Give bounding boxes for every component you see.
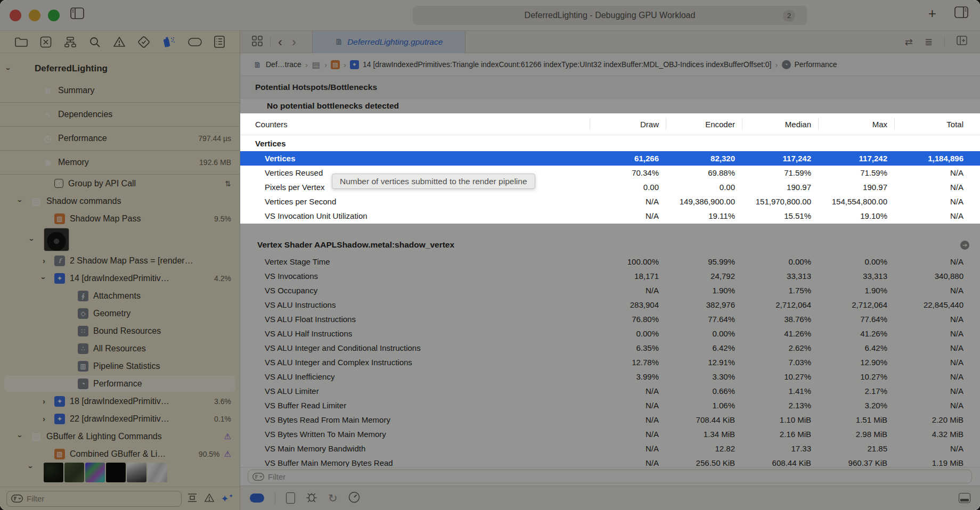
disclosure-chevron-icon[interactable] bbox=[43, 397, 54, 406]
disclosure-chevron-icon[interactable] bbox=[31, 235, 44, 244]
sidebar-tree-item[interactable]: Summary bbox=[0, 79, 240, 103]
texture-thumbnail[interactable] bbox=[106, 463, 126, 482]
texture-thumbnail[interactable] bbox=[44, 463, 63, 482]
back-button[interactable]: ‹ bbox=[278, 36, 282, 48]
toggle-right-sidebar-icon[interactable] bbox=[954, 6, 968, 20]
counter-row[interactable]: VS Occupancy N/A 1.90% 1.75% 1.90% N/A bbox=[240, 283, 980, 298]
counter-row[interactable]: VS ALU Limiter N/A 0.66% 1.41% 2.17% N/A bbox=[240, 384, 980, 398]
draw-call-icon[interactable]: ✦ bbox=[350, 60, 359, 69]
report-navigator-icon[interactable] bbox=[214, 36, 225, 48]
sidebar-tree-item[interactable]: Performance bbox=[0, 375, 240, 392]
texture-thumbnail[interactable] bbox=[127, 463, 146, 482]
sidebar-tree-item[interactable]: All Resources bbox=[0, 340, 240, 357]
shadow-map-texture-thumbnail[interactable] bbox=[44, 228, 69, 251]
counter-row[interactable]: VS ALU Integer and Conditional Instructi… bbox=[240, 341, 980, 355]
toggle-left-sidebar-icon[interactable] bbox=[70, 7, 84, 21]
breadcrumb-performance[interactable]: Performance bbox=[795, 60, 837, 69]
value-column-header[interactable]: Draw bbox=[590, 118, 666, 130]
issues-navigator-icon[interactable] bbox=[113, 36, 126, 47]
sidebar-tree-item[interactable]: Bound Resources bbox=[0, 322, 240, 340]
counter-row[interactable]: Vertices per Second N/A 149,386,900.00 1… bbox=[240, 194, 980, 209]
disclosure-chevron-icon[interactable] bbox=[19, 432, 31, 441]
sidebar-tree-item[interactable]: Pipeline Statistics bbox=[0, 357, 240, 375]
minimap-lines-icon[interactable]: ≣ bbox=[925, 36, 933, 48]
close-button[interactable] bbox=[10, 10, 21, 21]
counters-mode-pill[interactable] bbox=[250, 493, 264, 503]
tab-deferredlighting-gputrace[interactable]: 🗎 DeferredLighting.gputrace bbox=[312, 31, 466, 53]
counter-row[interactable]: VS ALU Half Instructions 0.00% 0.00% 41.… bbox=[240, 326, 980, 341]
counter-row[interactable]: VS Invocations 18,171 24,792 33,313 33,3… bbox=[240, 269, 980, 283]
sidebar-tree-item[interactable]: 18 [drawIndexedPrimitiv… 3.6% bbox=[0, 392, 240, 410]
sidebar-tree-item[interactable]: Geometry bbox=[0, 305, 240, 322]
sidebar-tree-item[interactable]: Memory 192.6 MB bbox=[0, 151, 240, 175]
sidebar-tree-item[interactable]: Dependencies bbox=[0, 103, 240, 127]
counter-row[interactable]: VS Main Memory Bandwidth N/A 12.82 17.33… bbox=[240, 441, 980, 456]
counter-row[interactable]: VS Buffer Read Limiter N/A 1.06% 2.13% 3… bbox=[240, 398, 980, 413]
shadow-pass-thumbnail-row[interactable] bbox=[0, 227, 240, 252]
sidebar-tree-item[interactable]: Shadow Map Pass 9.5% bbox=[0, 210, 240, 227]
search-icon[interactable] bbox=[89, 36, 101, 48]
counter-row[interactable]: Vertex Stage Time 100.00% 95.99% 0.00% 0… bbox=[240, 254, 980, 269]
zoom-button[interactable] bbox=[48, 10, 60, 21]
gbuffer-texture-thumbnails[interactable] bbox=[0, 463, 240, 485]
disclosure-chevron-icon[interactable] bbox=[43, 274, 54, 283]
attachments-view-icon[interactable] bbox=[286, 492, 295, 504]
forward-button[interactable]: › bbox=[292, 36, 296, 48]
group-hierarchy-icon[interactable] bbox=[64, 36, 77, 48]
breadcrumb-draw-call[interactable]: 14 [drawIndexedPrimitives:Triangle index… bbox=[363, 60, 772, 69]
texture-thumbnail[interactable] bbox=[85, 463, 105, 482]
counter-row[interactable]: VS Bytes Written To Main Memory N/A 1.34… bbox=[240, 427, 980, 441]
render-pass-icon[interactable]: ▨ bbox=[331, 60, 340, 69]
disclosure-chevron-icon[interactable] bbox=[7, 64, 19, 73]
value-column-header[interactable]: Total bbox=[894, 118, 970, 130]
value-column-header[interactable]: Max bbox=[818, 118, 894, 130]
sidebar-filter-field[interactable]: Filter bbox=[6, 491, 182, 507]
texture-thumbnail[interactable] bbox=[148, 463, 167, 482]
counter-row[interactable]: VS ALU Integer and Complex Instructions … bbox=[240, 355, 980, 369]
jump-to-shader-icon[interactable]: ➔ bbox=[960, 241, 969, 250]
disclosure-chevron-icon[interactable] bbox=[30, 463, 43, 472]
command-buffer-icon[interactable]: ▤ bbox=[312, 60, 321, 69]
value-column-header[interactable]: Encoder bbox=[666, 118, 742, 130]
flatten-hierarchy-icon[interactable] bbox=[187, 493, 198, 505]
sidebar-tree-item[interactable]: Attachments bbox=[0, 287, 240, 305]
show-issues-icon[interactable] bbox=[204, 493, 215, 505]
folder-navigator-icon[interactable] bbox=[15, 37, 28, 47]
counter-row[interactable]: VS ALU Instructions 283,904 382,976 2,71… bbox=[240, 298, 980, 312]
sidebar-tree-item[interactable]: Group by API Call ⇅ bbox=[0, 175, 240, 192]
gpu-frame-capture-icon[interactable] bbox=[162, 36, 176, 48]
minimize-button[interactable] bbox=[29, 10, 40, 21]
sidebar-tree-item[interactable]: DeferredLighting bbox=[0, 59, 240, 79]
counter-row[interactable]: Vertices bbox=[240, 135, 980, 151]
sidebar-tree-item[interactable]: 22 [drawIndexedPrimitiv… 0.1% bbox=[0, 410, 240, 427]
swap-editor-icon[interactable]: ⇄ bbox=[905, 36, 913, 48]
disclosure-chevron-icon[interactable] bbox=[19, 196, 31, 205]
counter-row[interactable]: VS ALU Float Instructions 76.80% 77.64% … bbox=[240, 312, 980, 326]
sidebar-tree-item[interactable]: Shadow commands bbox=[0, 192, 240, 210]
add-tab-button[interactable]: + bbox=[928, 6, 936, 20]
sidebar-tree-item[interactable]: 14 [drawIndexedPrimitiv… 4.2% bbox=[0, 269, 240, 287]
show-draw-calls-icon[interactable]: ✦✦ bbox=[221, 493, 233, 505]
shader-debugger-icon[interactable] bbox=[306, 492, 317, 505]
counter-row[interactable]: VS ALU Inefficiency 3.99% 3.30% 10.27% 1… bbox=[240, 369, 980, 384]
sidebar-tree-item[interactable]: 2 Shadow Map Pass = [render… bbox=[0, 252, 240, 269]
texture-thumbnail[interactable] bbox=[64, 463, 84, 482]
toggle-bottom-panel-icon[interactable] bbox=[959, 493, 970, 503]
breadcrumb-trace[interactable]: Def…trace bbox=[266, 60, 301, 69]
capture-navigator-icon[interactable] bbox=[40, 36, 52, 48]
sidebar-tree-item[interactable]: Performance 797.44 µs bbox=[0, 127, 240, 151]
value-column-header[interactable]: Median bbox=[742, 118, 818, 130]
memory-navigator-icon[interactable] bbox=[188, 38, 202, 46]
disclosure-chevron-icon[interactable] bbox=[43, 414, 54, 423]
sidebar-tree-item[interactable]: Combined GBuffer & Li… 90.5% bbox=[0, 445, 240, 463]
sidebar-tree-item[interactable]: GBuffer & Lighting Commands bbox=[0, 427, 240, 445]
test-navigator-icon[interactable] bbox=[138, 36, 150, 48]
disclosure-chevron-icon[interactable] bbox=[43, 256, 54, 265]
table-filter-field[interactable]: Filter bbox=[248, 470, 972, 483]
reload-icon[interactable]: ↻ bbox=[328, 492, 338, 504]
counter-row[interactable]: Vertices 61,266 82,320 117,242 117,242 1… bbox=[240, 151, 980, 166]
performance-gauge-icon[interactable] bbox=[348, 491, 360, 505]
tab-overview-icon[interactable] bbox=[252, 36, 263, 48]
counter-row[interactable]: VS Invocation Unit Utilization N/A 19.11… bbox=[240, 209, 980, 223]
add-editor-icon[interactable] bbox=[957, 36, 967, 48]
